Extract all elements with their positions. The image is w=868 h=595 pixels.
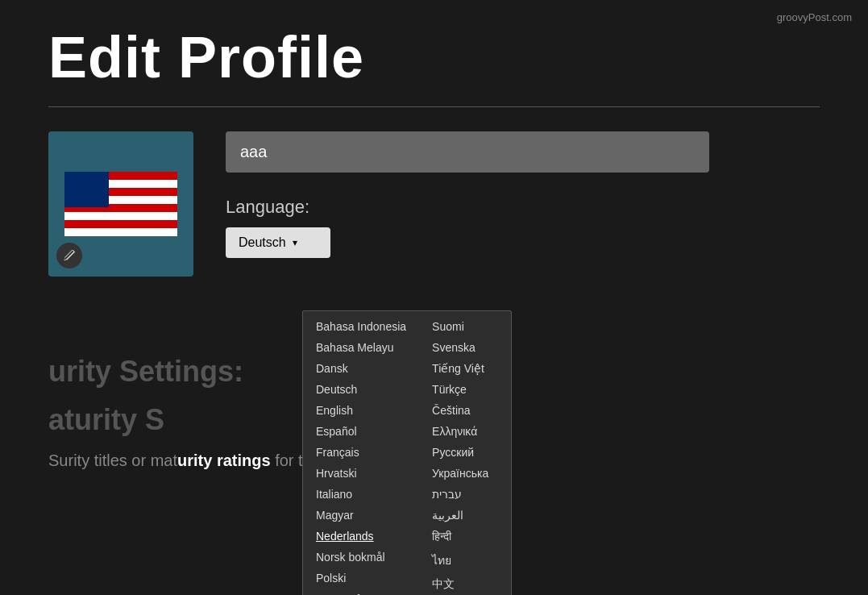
lang-option-espanol[interactable]: Español — [303, 421, 419, 442]
lang-option-russian[interactable]: Русский — [419, 442, 511, 463]
lang-option-magyar[interactable]: Magyar — [303, 505, 419, 526]
lang-option-hrvatski[interactable]: Hrvatski — [303, 463, 419, 484]
flag-canton — [64, 172, 109, 207]
form-section: Language: Deutsch ▾ — [226, 131, 820, 258]
lang-option-norsk[interactable]: Norsk bokmål — [303, 547, 419, 568]
lang-option-cestina[interactable]: Čeština — [419, 400, 511, 421]
lang-option-francais[interactable]: Français — [303, 442, 419, 463]
lang-option-nederlands[interactable]: Nederlands — [303, 526, 419, 547]
watermark: groovyPost.com — [777, 11, 852, 23]
profile-name-input[interactable] — [226, 131, 709, 173]
lang-option-hindi[interactable]: हिन्दी — [419, 526, 511, 547]
maturity-settings-bg-text: aturity S — [48, 403, 164, 437]
lang-option-suomi[interactable]: Suomi — [419, 316, 511, 337]
lang-option-deutsch[interactable]: Deutsch — [303, 379, 419, 400]
language-label: Language: — [226, 197, 820, 218]
edit-avatar-button[interactable] — [56, 243, 82, 268]
lang-option-portugues[interactable]: Português — [303, 589, 419, 595]
lang-option-bahasa-indonesia[interactable]: Bahasa Indonesia — [303, 316, 419, 337]
flag-image — [64, 172, 177, 236]
lang-option-svenska[interactable]: Svenska — [419, 337, 511, 358]
lang-option-italiano[interactable]: Italiano — [303, 484, 419, 505]
selected-language-label: Deutsch — [239, 235, 286, 250]
lang-option-ukrainian[interactable]: Українська — [419, 463, 511, 484]
lang-option-hebrew[interactable]: עברית — [419, 484, 511, 505]
dropdown-left-column: Bahasa Indonesia Bahasa Melayu Dansk Deu… — [303, 311, 419, 595]
avatar-container — [48, 131, 193, 277]
lang-option-greek[interactable]: Ελληνικά — [419, 421, 511, 442]
avatar-section — [48, 131, 193, 277]
lang-option-chinese[interactable]: 中文 — [419, 573, 511, 595]
main-content: Language: Deutsch ▾ — [0, 107, 868, 301]
lang-option-dansk[interactable]: Dansk — [303, 358, 419, 379]
lang-option-thai[interactable]: ไทย — [419, 547, 511, 573]
dropdown-arrow-icon: ▾ — [293, 237, 297, 248]
lang-option-english[interactable]: English — [303, 400, 419, 421]
lang-option-turkce[interactable]: Türkçe — [419, 379, 511, 400]
page-title: Edit Profile — [0, 0, 868, 106]
security-settings-bg-text: urity Settings: — [48, 355, 243, 389]
lang-option-bahasa-melayu[interactable]: Bahasa Melayu — [303, 337, 419, 358]
lang-option-tieng-viet[interactable]: Tiếng Việt — [419, 358, 511, 379]
pencil-icon — [63, 249, 76, 262]
language-dropdown-button[interactable]: Deutsch ▾ — [226, 227, 330, 258]
dropdown-right-column: Suomi Svenska Tiếng Việt Türkçe Čeština … — [419, 311, 511, 595]
lang-option-arabic[interactable]: العربية — [419, 505, 511, 526]
lang-option-polski[interactable]: Polski — [303, 568, 419, 589]
language-dropdown-menu: Bahasa Indonesia Bahasa Melayu Dansk Deu… — [302, 310, 512, 595]
flag-stripes — [64, 172, 177, 236]
